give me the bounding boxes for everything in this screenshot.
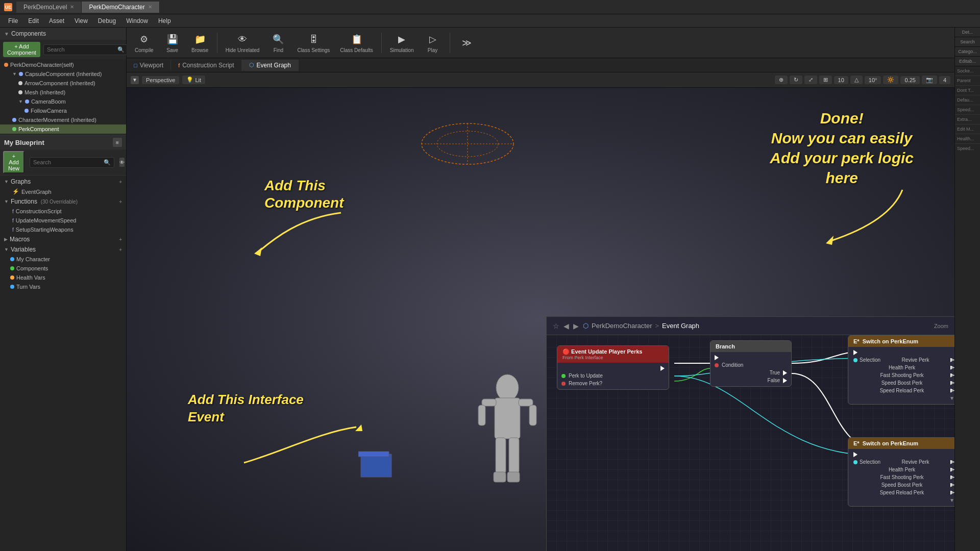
play-button[interactable]: ▷ Play	[420, 30, 446, 55]
browse-button[interactable]: 📁 Browse	[187, 30, 213, 55]
tab-bar: □ Viewport f Construction Script ⬡ Event…	[127, 58, 954, 72]
graphs-section-header[interactable]: ▼ Graphs +	[0, 177, 126, 187]
close-icon[interactable]: ✕	[148, 4, 152, 10]
add-component-button[interactable]: + Add Component	[3, 42, 40, 57]
switch-node-2[interactable]: E* Switch on PerkEnum	[848, 437, 954, 507]
var-components[interactable]: Components	[0, 264, 126, 273]
event-node-body: Perk to Update Remove Perk?	[557, 363, 669, 389]
event-exec-out	[557, 365, 669, 372]
condition-row: Condition	[710, 361, 791, 369]
switch1-selection-row: Selection Revive Perk	[848, 356, 954, 364]
compile-button[interactable]: ⚙ Compile	[131, 30, 158, 55]
tab-event-graph[interactable]: ⬡ Event Graph	[242, 60, 299, 71]
lit-button[interactable]: 💡 Lit	[182, 76, 205, 84]
branch-exec-in	[710, 354, 791, 361]
star-icon[interactable]: ☆	[553, 322, 559, 330]
comp-perkcomponent[interactable]: PerkComponent	[0, 124, 126, 134]
class-defaults-button[interactable]: 📋 Class Defaults	[336, 30, 377, 55]
viewport-angle-icon[interactable]: △	[850, 76, 863, 84]
var-healthvars[interactable]: Health Vars	[0, 273, 126, 282]
viewport-translate-icon[interactable]: ⊕	[775, 76, 788, 84]
compile-icon: ⚙	[137, 32, 151, 46]
eye-icon[interactable]: 👁	[119, 158, 125, 167]
back-icon[interactable]: ◀	[564, 322, 569, 330]
find-button[interactable]: 🔍 Find	[265, 30, 291, 55]
tab-perkdemolevel[interactable]: PerkDemoLevel ✕	[16, 2, 82, 13]
viewport-menu-button[interactable]: ▼	[131, 76, 139, 84]
svg-rect-9	[507, 472, 520, 482]
viewport-angle-value[interactable]: 10°	[865, 76, 881, 84]
updatemovementspeed-item[interactable]: f UpdateMovementSpeed	[0, 216, 126, 225]
tab-construction-script[interactable]: f Construction Script	[171, 60, 241, 71]
components-search-input[interactable]	[47, 46, 117, 53]
fastshooting-pin	[950, 373, 954, 378]
comp-dot-icon	[12, 118, 16, 122]
comp-arrow[interactable]: ArrowComponent (Inherited)	[0, 79, 126, 88]
viewport-snap-icon[interactable]: 🔆	[883, 76, 898, 84]
comp-self[interactable]: PerkDemoCharacter(self)	[0, 60, 126, 69]
add-new-button[interactable]: + Add New	[3, 151, 24, 173]
blueprint-search-input[interactable]	[33, 159, 104, 165]
var-mycharacter[interactable]: My Character	[0, 255, 126, 264]
menu-asset[interactable]: Asset	[44, 16, 69, 26]
forward-icon[interactable]: ▶	[573, 322, 579, 330]
node-graph-canvas[interactable]: 🔴 Event Update Player Perks From Perk In…	[547, 335, 954, 551]
add-function-button[interactable]: +	[119, 199, 122, 205]
viewport-scale-icon[interactable]: ⤢	[804, 76, 817, 84]
macros-section-header[interactable]: ▶ Macros +	[0, 234, 126, 244]
constructionscript-item[interactable]: f ConstructionScript	[0, 207, 126, 216]
viewport-rotate-icon[interactable]: ↻	[790, 76, 802, 84]
false-pin	[783, 378, 787, 383]
comp-capsule[interactable]: ▼ CapsuleComponent (Inherited)	[0, 69, 126, 79]
event-node[interactable]: 🔴 Event Update Player Perks From Perk In…	[557, 345, 669, 390]
save-button[interactable]: 💾 Save	[160, 30, 185, 55]
menu-debug[interactable]: Debug	[93, 16, 121, 26]
search-section[interactable]: Search	[955, 37, 980, 47]
menu-help[interactable]: Help	[153, 16, 176, 26]
perspective-button[interactable]: Perspective	[142, 76, 179, 84]
add-variable-button[interactable]: +	[119, 247, 122, 253]
viewport-gridsize-label[interactable]: 10	[834, 76, 848, 84]
viewport-number[interactable]: 4	[939, 76, 950, 84]
node-graph-panel: ☆ ◀ ▶ ⬡ PerkDemoCharacter > Event Graph …	[546, 316, 954, 551]
comp-followcamera[interactable]: FollowCamera	[0, 106, 126, 115]
viewport-grid-icon[interactable]: ⊞	[819, 76, 832, 84]
menu-window[interactable]: Window	[121, 16, 153, 26]
blueprint-icon-btn[interactable]: ≡	[113, 138, 122, 147]
dont-section: Dont T...	[955, 86, 980, 95]
functions-section-header[interactable]: ▼ Functions (30 Overridable) +	[0, 196, 126, 207]
switch-node-2-body: Selection Revive Perk Health Perk	[848, 449, 954, 506]
comp-dot-icon	[12, 127, 16, 131]
extra-section: Extra...	[955, 115, 980, 124]
comp-cameraboom[interactable]: ▼ CameraBoom	[0, 97, 126, 106]
add-graph-button[interactable]: +	[119, 179, 122, 185]
components-tree: PerkDemoCharacter(self) ▼ CapsuleCompone…	[0, 59, 126, 135]
tab-viewport[interactable]: □ Viewport	[127, 60, 171, 71]
add-macro-button[interactable]: +	[119, 237, 122, 242]
setupstartingweapons-item[interactable]: f SetupStartingWeapons	[0, 225, 126, 234]
menu-view[interactable]: View	[69, 16, 93, 26]
variables-section-header[interactable]: ▼ Variables +	[0, 244, 126, 255]
switch-node-1-header: E* Switch on PerkEnum	[848, 336, 954, 347]
menu-file[interactable]: File	[3, 16, 23, 26]
hide-unrelated-button[interactable]: 👁 Hide Unrelated	[222, 30, 264, 55]
comp-charactermovement[interactable]: CharacterMovement (Inherited)	[0, 115, 126, 124]
blueprint-toolbar: + Add New 🔍 👁 ▼	[0, 149, 126, 175]
viewport-snap-value[interactable]: 0.25	[900, 76, 919, 84]
viewport-camera-icon[interactable]: 📷	[922, 76, 937, 84]
more-button[interactable]: ≫	[454, 34, 480, 52]
svg-rect-4	[478, 405, 485, 425]
event-graph-icon: ⬡	[249, 62, 254, 68]
tab-perkdemocharacter[interactable]: PerkDemoCharacter ✕	[82, 2, 159, 13]
menu-edit[interactable]: Edit	[23, 16, 44, 26]
var-turnvars[interactable]: Turn Vars	[0, 282, 126, 291]
eventgraph-item[interactable]: ⚡ EventGraph	[0, 187, 126, 196]
comp-mesh[interactable]: Mesh (Inherited)	[0, 88, 126, 97]
close-icon[interactable]: ✕	[70, 4, 74, 10]
category-section: Catego...	[955, 47, 980, 57]
branch-node[interactable]: Branch Condition	[710, 340, 792, 387]
class-settings-button[interactable]: 🎛 Class Settings	[293, 30, 334, 55]
switch-node-1[interactable]: E* Switch on PerkEnum	[848, 335, 954, 405]
simulation-button[interactable]: ▶ Simulation	[386, 30, 418, 55]
left-panel: ▼ Components + Add Component 🔍 PerkDemoC…	[0, 28, 127, 551]
